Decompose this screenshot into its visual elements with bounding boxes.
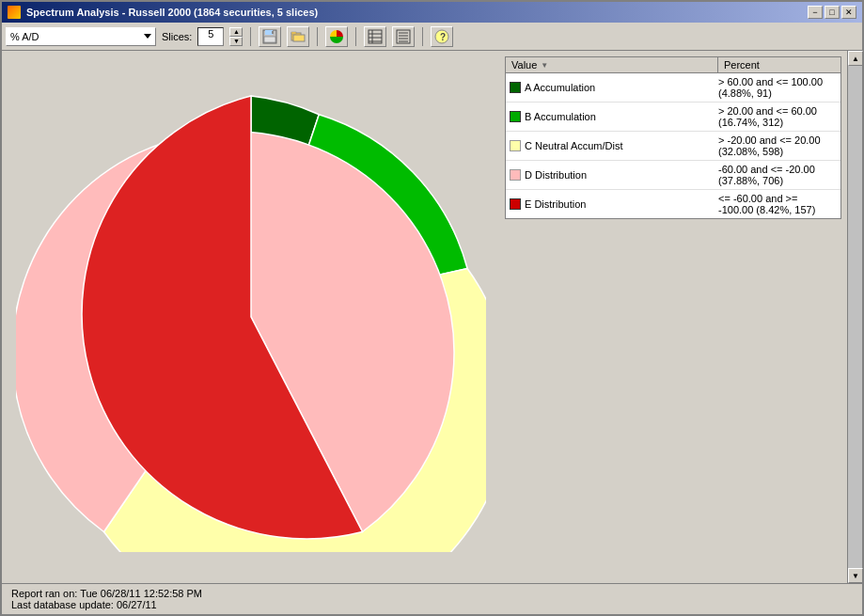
save-button[interactable] xyxy=(259,26,281,47)
color-swatch-d xyxy=(510,169,521,181)
legend-table: Value ▼ Percent A Accumulation xyxy=(505,56,841,219)
legend-area: Value ▼ Percent A Accumulation xyxy=(499,51,847,583)
legend-value-a: A Accumulation xyxy=(506,74,713,101)
value-e: <= -60.00 and >= -100.00 (8.42%, 157) xyxy=(718,193,815,215)
dropdown-arrow-icon xyxy=(144,34,151,39)
value-a: > 60.00 and <= 100.00 (4.88%, 91) xyxy=(718,76,823,99)
scrollbar-track xyxy=(848,66,862,568)
legend-percent-e: <= -60.00 and >= -100.00 (8.42%, 157) xyxy=(713,191,840,217)
open-icon xyxy=(291,29,306,44)
separator-1 xyxy=(250,27,251,46)
pie-chart-button[interactable] xyxy=(325,26,348,47)
slices-spinner: ▲ ▼ xyxy=(229,27,243,46)
dropdown-value: % A/D xyxy=(10,31,39,42)
minimize-button[interactable]: − xyxy=(808,6,823,19)
close-button[interactable]: ✕ xyxy=(841,6,856,19)
footer-line2: Last database update: 06/27/11 xyxy=(11,599,853,610)
separator-2 xyxy=(317,27,318,46)
label-c: C Neutral Accum/Dist xyxy=(525,140,623,151)
legend-percent-b: > 20.00 and <= 60.00 (16.74%, 312) xyxy=(713,103,840,130)
footer: Report ran on: Tue 06/28/11 12:52:58 PM … xyxy=(2,583,862,614)
pie-chart xyxy=(16,82,486,552)
label-a: A Accumulation xyxy=(525,82,595,93)
legend-row-b: B Accumulation > 20.00 and <= 60.00 (16.… xyxy=(506,103,840,132)
legend-header: Value ▼ Percent xyxy=(506,57,840,73)
indicator-dropdown[interactable]: % A/D xyxy=(6,27,156,46)
grid-view-button[interactable] xyxy=(364,26,386,47)
legend-row-d: D Distribution -60.00 and <= -20.00 (37.… xyxy=(506,161,840,190)
color-swatch-b xyxy=(510,111,521,122)
maximize-button[interactable]: □ xyxy=(825,6,840,19)
value-d: -60.00 and <= -20.00 (37.88%, 706) xyxy=(718,164,815,186)
toolbar: % A/D Slices: 5 ▲ ▼ xyxy=(2,23,862,51)
legend-value-e: E Distribution xyxy=(506,191,713,217)
title-bar: Spectrum Analysis - Russell 2000 (1864 s… xyxy=(2,2,862,23)
svg-rect-6 xyxy=(293,35,305,41)
title-bar-left: Spectrum Analysis - Russell 2000 (1864 s… xyxy=(8,6,318,19)
help-button[interactable]: ? xyxy=(431,26,453,47)
legend-row-c: C Neutral Accum/Dist > -20.00 and <= 20.… xyxy=(506,132,840,161)
grid-icon xyxy=(368,29,383,44)
spin-up-button[interactable]: ▲ xyxy=(229,27,243,37)
save-icon xyxy=(262,29,277,44)
color-swatch-a xyxy=(510,82,521,93)
spin-down-button[interactable]: ▼ xyxy=(229,37,243,46)
value-b: > 20.00 and <= 60.00 (16.74%, 312) xyxy=(718,105,817,128)
legend-row-a: A Accumulation > 60.00 and <= 100.00 (4.… xyxy=(506,73,840,103)
main-content: Value ▼ Percent A Accumulation xyxy=(2,51,862,614)
svg-text:?: ? xyxy=(440,32,446,42)
svg-rect-2 xyxy=(264,37,275,42)
scroll-down-button[interactable]: ▼ xyxy=(848,568,863,583)
sort-icon: ▼ xyxy=(541,61,548,70)
scroll-up-button[interactable]: ▲ xyxy=(848,51,863,66)
legend-value-b: B Accumulation xyxy=(506,103,713,130)
window-title: Spectrum Analysis - Russell 2000 (1864 s… xyxy=(26,7,318,18)
label-d: D Distribution xyxy=(525,169,587,181)
svg-rect-5 xyxy=(291,32,296,34)
legend-percent-c: > -20.00 and <= 20.00 (32.08%, 598) xyxy=(713,133,840,159)
label-b: B Accumulation xyxy=(525,111,596,122)
list-view-button[interactable] xyxy=(392,26,415,47)
slices-input[interactable]: 5 xyxy=(197,27,224,46)
color-swatch-c xyxy=(510,140,521,151)
chart-legend-row: Value ▼ Percent A Accumulation xyxy=(2,51,862,583)
svg-rect-3 xyxy=(272,31,274,34)
footer-line1: Report ran on: Tue 06/28/11 12:52:58 PM xyxy=(11,588,853,599)
separator-4 xyxy=(422,27,423,46)
help-icon: ? xyxy=(434,29,449,44)
list-icon xyxy=(396,29,411,44)
legend-row-e: E Distribution <= -60.00 and >= -100.00 … xyxy=(506,190,840,218)
separator-3 xyxy=(355,27,356,46)
label-e: E Distribution xyxy=(525,198,586,210)
value-column-header[interactable]: Value ▼ xyxy=(506,57,718,72)
slices-label: Slices: xyxy=(162,31,192,42)
legend-value-c: C Neutral Accum/Dist xyxy=(506,133,713,159)
chart-area xyxy=(2,51,499,583)
vertical-scrollbar: ▲ ▼ xyxy=(847,51,862,583)
legend-percent-a: > 60.00 and <= 100.00 (4.88%, 91) xyxy=(713,74,840,101)
percent-column-header[interactable]: Percent xyxy=(718,57,840,72)
title-buttons: − □ ✕ xyxy=(808,6,856,19)
main-window: Spectrum Analysis - Russell 2000 (1864 s… xyxy=(0,0,864,616)
legend-percent-d: -60.00 and <= -20.00 (37.88%, 706) xyxy=(713,162,840,188)
app-icon xyxy=(8,6,21,19)
value-c: > -20.00 and <= 20.00 (32.08%, 598) xyxy=(718,134,821,157)
svg-rect-1 xyxy=(265,30,273,35)
open-button[interactable] xyxy=(287,26,309,47)
color-swatch-e xyxy=(510,198,521,210)
legend-value-d: D Distribution xyxy=(506,162,713,188)
pie-chart-icon xyxy=(329,29,344,44)
